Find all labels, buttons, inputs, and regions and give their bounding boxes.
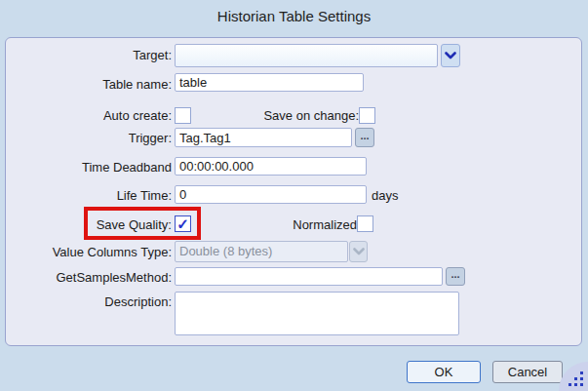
normalized-label: Normalized — [293, 217, 357, 233]
life-time-unit-label: days — [372, 188, 398, 204]
save-on-change-checkbox[interactable] — [359, 107, 375, 124]
get-samples-method-label: GetSamplesMethod: — [56, 270, 172, 286]
get-samples-method-input[interactable] — [175, 267, 443, 286]
description-label: Description: — [104, 294, 172, 310]
save-quality-checkbox[interactable]: ✓ — [175, 215, 191, 232]
target-combobox[interactable] — [175, 44, 438, 67]
auto-create-checkbox[interactable] — [175, 107, 191, 124]
description-textarea[interactable] — [175, 292, 459, 335]
auto-create-label: Auto create: — [103, 108, 172, 124]
cancel-button[interactable]: Cancel — [492, 361, 563, 383]
value-columns-type-combobox: Double (8 bytes) — [175, 241, 348, 262]
save-on-change-label: Save on change: — [263, 108, 359, 124]
target-label: Target: — [133, 48, 172, 63]
trigger-label: Trigger: — [129, 131, 172, 146]
dialog-title: Historian Table Settings — [0, 8, 588, 24]
chevron-down-icon — [445, 52, 456, 59]
time-deadband-input[interactable] — [175, 157, 367, 176]
table-name-input[interactable] — [175, 73, 364, 92]
life-time-label: Life Time: — [117, 188, 172, 204]
value-columns-type-dropdown-button — [349, 241, 368, 262]
target-dropdown-button[interactable] — [441, 44, 460, 67]
normalized-checkbox[interactable] — [357, 215, 373, 232]
value-columns-type-label: Value Columns Type: — [53, 245, 172, 260]
save-quality-label: Save Quality: — [97, 217, 172, 233]
chevron-down-icon — [353, 248, 365, 255]
trigger-input[interactable] — [175, 128, 352, 147]
grip-dots-icon — [580, 383, 583, 386]
resize-grip[interactable] — [559, 362, 588, 391]
life-time-input[interactable] — [175, 185, 367, 204]
get-samples-method-browse-button[interactable]: ... — [446, 267, 465, 286]
table-name-label: Table name: — [102, 77, 172, 93]
ok-button[interactable]: OK — [407, 361, 481, 383]
time-deadband-label: Time Deadband — [82, 160, 172, 176]
trigger-browse-button[interactable]: ... — [355, 128, 374, 147]
historian-table-settings-dialog: Historian Table Settings Target: Table n… — [0, 0, 588, 391]
checkmark-icon: ✓ — [176, 216, 189, 231]
